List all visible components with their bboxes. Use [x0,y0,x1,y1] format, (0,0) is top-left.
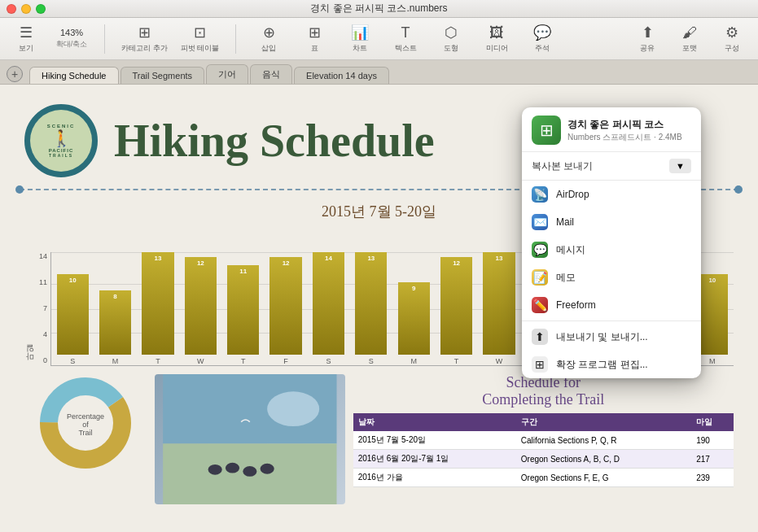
toolbar-right: ⬆ 공유 🖌 포맷 ⚙ 구성 [631,24,748,54]
bar-value: 10 [69,277,77,284]
toolbar-insert[interactable]: ⊕ 삽입 [252,24,285,54]
share-popup-meta: Numbers 스프레드시트 · 2.4MB [567,132,691,143]
window-controls [7,4,46,14]
popup-menu-item-export[interactable]: ⬆내보내기 및 보내기... [522,323,701,351]
toolbar-text[interactable]: T 텍스트 [389,24,422,54]
svg-text:of: of [82,421,89,429]
bar-value: 13 [155,255,162,262]
bar-label: S [70,357,75,365]
bar-group: 13W [478,252,520,365]
bar-group: 14S [307,252,349,365]
zoom-label: 확대/축소 [56,39,88,50]
y-label-7: 7 [43,304,47,312]
mail-icon: ✉️ [532,214,548,230]
settings-icon: ⚙ [725,24,738,41]
tab-gear[interactable]: 기어 [206,64,248,84]
toolbar-zoom[interactable]: 143% 확대/축소 [55,28,88,50]
share-icon: ⬆ [642,24,654,41]
bar-label: S [326,357,331,365]
popup-menu-item-extensions[interactable]: ⊞확장 프로그램 편집... [522,351,701,378]
toolbar-view[interactable]: ☰ 보기 [10,24,42,54]
y-axis: 14 11 7 4 0 [39,252,47,366]
titlebar: 경치 좋은 퍼시픽 코스.numbers [0,0,758,18]
tab-elevation[interactable]: Elevation 14 days [294,67,389,84]
freeform-icon: ✏️ [532,297,548,313]
chart-icon: 📊 [351,24,369,41]
toolbar-share[interactable]: ⬆ 공유 [631,24,664,54]
format-label: 포맷 [682,43,697,54]
bar-value: 12 [283,259,290,267]
toolbar-media[interactable]: 🖼 미디어 [480,24,513,54]
bar-label: T [156,357,160,365]
toolbar-table[interactable]: ⊞ 표 [298,24,331,54]
add-tab-button[interactable]: + [7,66,23,82]
svg-point-10 [243,466,256,477]
toolbar-shape[interactable]: ⬡ 도형 [435,24,467,54]
insert-icon: ⊕ [263,24,275,41]
pie-chart: Percentage of Trail [37,374,134,472]
minimize-button[interactable] [21,4,31,14]
bottom-section: Percentage of Trail [0,366,758,512]
view-icon: ☰ [20,24,33,41]
photo-area [155,374,345,504]
table-cell-section: California Sections P, Q, R [516,431,691,450]
popup-menu-item-notes[interactable]: 📝메모 [522,264,701,291]
popup-menu-item-freeform[interactable]: ✏️Freeform [522,291,701,319]
bar: 10 [57,274,89,355]
toolbar-settings[interactable]: ⚙ 구성 [716,24,748,54]
airdrop-icon: 📡 [532,186,548,203]
pivot-label: 피벗 테이블 [181,43,220,54]
svg-point-11 [261,464,274,474]
schedule-table: 날짜 구간 마일 2015년 7월 5-20일California Sectio… [353,413,734,487]
table-cell-section: Oregon Sections A, B, C, D [516,450,691,469]
y-label-14: 14 [39,252,47,260]
bar-label: T [454,357,459,365]
toolbar-pivot[interactable]: ⊡ 피벗 테이블 [181,24,220,54]
logo-hiker-icon: 🚶 [51,129,72,148]
share-popup-filename: 경치 좋은 퍼시픽 코스 [567,118,691,132]
tab-trail-segments[interactable]: Trail Segments [120,67,205,84]
tab-food[interactable]: 음식 [250,64,292,84]
table-cell-miles: 217 [691,450,734,469]
popup-menu-item-airdrop[interactable]: 📡AirDrop [522,181,701,208]
photo-svg [155,374,345,504]
messages-icon: 💬 [532,242,548,258]
svg-point-8 [208,464,222,475]
toolbar-chart[interactable]: 📊 차트 [344,24,376,54]
table-cell-date: 2015년 7월 5-20일 [353,431,516,450]
copy-button[interactable]: ▼ [669,159,691,173]
toolbar-comment[interactable]: 💬 주석 [526,24,559,54]
popup-item-label-export: 내보내기 및 보내기... [556,330,648,344]
svg-text:Percentage: Percentage [67,412,104,421]
maximize-button[interactable] [36,4,46,14]
bar-group: 11T [222,252,265,365]
bar-group: 9M [392,252,435,365]
close-button[interactable] [7,4,16,14]
notes-icon: 📝 [532,269,548,286]
share-popup-copy-row: 복사본 보내기 ▼ [522,152,701,181]
popup-menu-list: 📡AirDrop✉️Mail💬메시지📝메모✏️Freeform⬆내보내기 및 보… [522,181,701,378]
share-popup-header: ⊞ 경치 좋은 퍼시픽 코스 Numbers 스프레드시트 · 2.4MB [522,107,701,152]
bar-group: 12T [435,252,477,365]
svg-point-7 [267,391,319,426]
bar: 11 [227,265,259,355]
toolbar-divider-2 [235,24,236,54]
popup-item-label-messages: 메시지 [556,243,585,257]
schedule-table-area: Schedule for Completing the Trail 날짜 구간 … [353,374,734,504]
table-row: 2015년 7월 5-20일California Sections P, Q, … [353,431,734,450]
bar-value: 11 [239,268,247,275]
pivot-icon: ⊡ [194,24,206,41]
tab-hiking-schedule[interactable]: Hiking Schedule [29,67,119,84]
share-label: 공유 [640,43,655,54]
popup-menu-item-messages[interactable]: 💬메시지 [522,236,701,264]
toolbar-add-category[interactable]: ⊞ 카테고리 추가 [121,24,168,54]
add-category-icon: ⊞ [138,24,151,41]
bar-label: F [283,357,288,365]
toolbar-format[interactable]: 🖌 포맷 [673,24,706,54]
zoom-value: 143% [60,28,83,37]
table-cell-date: 2016년 6월 20일-7월 1일 [353,450,516,469]
bar-group: 12W [179,252,221,365]
popup-item-label-airdrop: AirDrop [556,189,589,200]
bar-label: S [369,357,374,365]
popup-menu-item-mail[interactable]: ✉️Mail [522,208,701,236]
